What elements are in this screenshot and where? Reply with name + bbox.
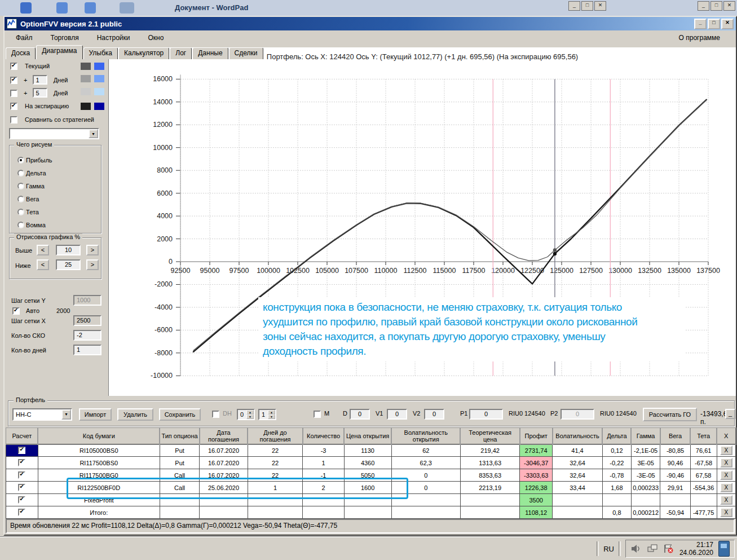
plus5-checkbox[interactable]: [10, 90, 17, 97]
cell-гамма[interactable]: 3E-05: [631, 457, 660, 469]
cell-тип-опциона[interactable]: [160, 494, 200, 506]
cell-волатильность[interactable]: 32,64: [553, 469, 603, 482]
cell-дельта[interactable]: [602, 494, 631, 506]
cell-дата-погашения[interactable]: [200, 506, 248, 519]
auto-checkbox[interactable]: [12, 307, 20, 315]
strategy-dropdown[interactable]: ▼: [9, 128, 99, 139]
column-header-0[interactable]: Расчет: [6, 428, 38, 444]
portfolio-preset-dropdown[interactable]: НН-С ▼: [12, 408, 72, 421]
cell-код-бумаги[interactable]: RI122500BF0D: [38, 482, 160, 494]
cell-тип-опциона[interactable]: Put: [160, 444, 200, 457]
radio-vomma[interactable]: [17, 222, 24, 228]
row-delete-button[interactable]: X: [720, 446, 732, 455]
cell-волатильность-открытия[interactable]: [391, 494, 460, 506]
cell-дата-погашения[interactable]: [200, 494, 248, 506]
column-header-12[interactable]: Гамма: [631, 428, 660, 444]
column-header-9[interactable]: Профит: [520, 428, 553, 444]
plus1-checkbox[interactable]: [10, 77, 17, 84]
row-delete-button[interactable]: X: [720, 508, 732, 517]
cell-код-бумаги[interactable]: RI117500BS0: [38, 457, 160, 469]
cell-дней-до-погашения[interactable]: 22: [248, 469, 303, 482]
wordpad-menu-icon[interactable]: [120, 2, 134, 14]
column-header-6[interactable]: Цена открытия: [344, 428, 391, 444]
delete-cell[interactable]: X: [717, 506, 736, 519]
cell-количество[interactable]: [303, 494, 344, 506]
cell-профит[interactable]: -3303,63: [520, 469, 553, 482]
cell-тип-опциона[interactable]: [160, 506, 200, 519]
cell-цена-открытия[interactable]: 1130: [344, 444, 391, 457]
column-header-11[interactable]: Дельта: [602, 428, 631, 444]
row-calc-checkbox[interactable]: [18, 447, 25, 454]
cell-теоретическая-цена[interactable]: [460, 506, 519, 519]
row-calc-checkbox[interactable]: [18, 509, 25, 516]
minimize-button[interactable]: _: [694, 19, 707, 29]
cell-тета[interactable]: -554,36: [690, 482, 717, 494]
cell-вега[interactable]: [660, 494, 690, 506]
cell-цена-открытия[interactable]: [344, 494, 391, 506]
cell-дата-погашения[interactable]: 16.07.2020: [200, 444, 248, 457]
delete-cell[interactable]: X: [717, 444, 736, 457]
calc-cell[interactable]: [6, 444, 38, 457]
p2-field[interactable]: 0: [561, 409, 594, 420]
cell-дата-погашения[interactable]: 16.07.2020: [200, 457, 248, 469]
titlebar[interactable]: OptionFVV версия 2.1 public _ □ ✕: [5, 17, 736, 30]
menu-file[interactable]: Файл: [9, 32, 39, 43]
cell-цена-открытия[interactable]: 4360: [344, 457, 391, 469]
cell-количество[interactable]: 2: [303, 482, 344, 494]
compare-strategies-checkbox[interactable]: [10, 116, 17, 124]
above-value-field[interactable]: 10: [56, 245, 81, 255]
above-decrease-button[interactable]: <: [37, 245, 49, 255]
tab-data[interactable]: Данные: [192, 47, 228, 59]
cell-теоретическая-цена[interactable]: 8353,63: [460, 469, 519, 482]
radio-theta[interactable]: [17, 209, 24, 215]
cell-цена-открытия[interactable]: 1600: [344, 482, 391, 494]
cell-количество[interactable]: [303, 506, 344, 519]
cell-профит[interactable]: 2731,74: [520, 444, 553, 457]
radio-gamma[interactable]: [17, 183, 24, 189]
cell-код-бумаги[interactable]: RI117500BG0: [38, 469, 160, 482]
row-calc-checkbox[interactable]: [18, 471, 25, 479]
tab-calculator[interactable]: Калькулятор: [118, 47, 169, 59]
wordpad-maximize-button[interactable]: □: [581, 1, 593, 11]
column-header-1[interactable]: Код бумаги: [38, 428, 160, 444]
cell-волатильность[interactable]: 32,64: [553, 457, 603, 469]
cell-дней-до-погашения[interactable]: [248, 494, 303, 506]
cell-код-бумаги[interactable]: Итого:: [38, 506, 160, 519]
language-indicator[interactable]: RU: [603, 545, 614, 553]
menu-trading[interactable]: Торговля: [44, 32, 86, 43]
column-header-13[interactable]: Вега: [660, 428, 690, 444]
dropdown-arrow-icon[interactable]: ▼: [61, 409, 71, 420]
cell-цена-открытия[interactable]: [344, 506, 391, 519]
radio-delta[interactable]: [17, 170, 24, 177]
cell-количество[interactable]: -3: [303, 444, 344, 457]
cell-гамма[interactable]: -3E-05: [631, 469, 660, 482]
below-value-field[interactable]: 25: [56, 259, 81, 270]
menu-window[interactable]: Окно: [142, 32, 171, 43]
dropdown-arrow-icon[interactable]: ▼: [89, 129, 98, 138]
cell-волатильность[interactable]: 33,44: [553, 482, 603, 494]
cell-волатильность[interactable]: [553, 506, 603, 519]
cell-волатильность-открытия[interactable]: 62: [391, 444, 460, 457]
sync-error-icon[interactable]: ✕: [663, 544, 674, 554]
calc-cell[interactable]: [6, 469, 38, 482]
cell-тета[interactable]: [690, 494, 717, 506]
cell-вега[interactable]: 90,46: [660, 457, 690, 469]
cell-волатильность[interactable]: [553, 494, 603, 506]
plus1-days-input[interactable]: 1: [33, 75, 47, 85]
cell-волатильность[interactable]: 41,4: [553, 444, 603, 457]
cell-дней-до-погашения[interactable]: 22: [248, 457, 303, 469]
cell-теоретическая-цена[interactable]: 219,42: [460, 444, 519, 457]
expiration-checkbox[interactable]: [10, 103, 17, 110]
cell-профит[interactable]: 1226,38: [520, 482, 553, 494]
grid-step-x-input[interactable]: 2500: [73, 315, 101, 326]
cell-тип-опциона[interactable]: Call: [160, 469, 200, 482]
days-count-input[interactable]: 1: [73, 345, 101, 355]
tab-diagram[interactable]: Диаграмма: [36, 45, 82, 59]
row-delete-button[interactable]: X: [720, 483, 732, 492]
column-header-3[interactable]: Дата погашения: [200, 428, 248, 444]
doc-maximize-button[interactable]: □: [710, 1, 722, 11]
collapse-button[interactable]: _: [725, 409, 735, 419]
cell-тип-опциона[interactable]: Call: [160, 482, 200, 494]
tab-deals[interactable]: Сделки: [229, 47, 263, 59]
close-button[interactable]: ✕: [721, 19, 734, 29]
